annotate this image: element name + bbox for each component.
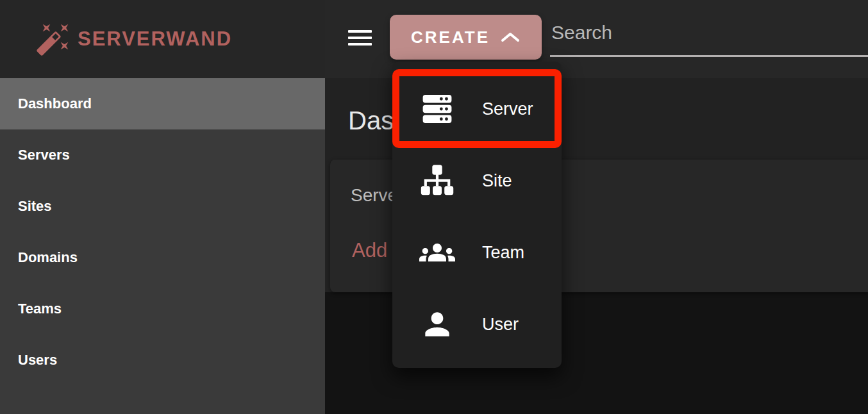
menu-item-team[interactable]: Team [392,217,562,288]
sidebar-item-teams[interactable]: Teams [0,283,325,335]
sitemap-icon [419,163,455,199]
sidebar-item-label: Users [18,352,57,368]
sidebar-item-label: Servers [18,147,70,163]
create-button-label: CREATE [411,28,490,47]
sidebar-item-servers[interactable]: Servers [0,129,325,181]
menu-item-server[interactable]: Server [392,73,562,145]
chevron-up-icon [500,31,521,43]
user-icon [419,306,455,342]
sidebar-item-label: Dashboard [18,95,92,112]
sidebar-item-sites[interactable]: Sites [0,181,325,232]
menu-item-label: Team [482,243,524,263]
menu-item-user[interactable]: User [392,288,562,360]
menu-item-label: User [482,315,519,335]
sidebar-item-label: Sites [18,198,52,215]
sidebar-item-label: Domains [18,249,78,266]
sidebar-item-domains[interactable]: Domains [0,232,325,283]
create-dropdown-menu: Server Site Team User [392,62,562,368]
brand[interactable]: SERVERWAND [0,0,325,78]
menu-item-label: Server [482,99,533,119]
menu-item-label: Site [482,171,512,191]
brand-name: SERVERWAND [78,28,232,51]
team-icon [419,235,455,270]
server-icon [419,91,455,127]
menu-item-site[interactable]: Site [392,145,562,217]
sidebar-item-label: Teams [18,301,62,317]
magic-wand-icon [35,21,71,57]
sidebar: SERVERWAND Dashboard Servers Sites Domai… [0,0,325,414]
sidebar-item-dashboard[interactable]: Dashboard [0,78,325,129]
sidebar-item-users[interactable]: Users [0,335,325,386]
search-input[interactable] [550,22,868,57]
hamburger-menu-icon[interactable] [348,30,372,46]
create-button[interactable]: CREATE [390,15,542,60]
